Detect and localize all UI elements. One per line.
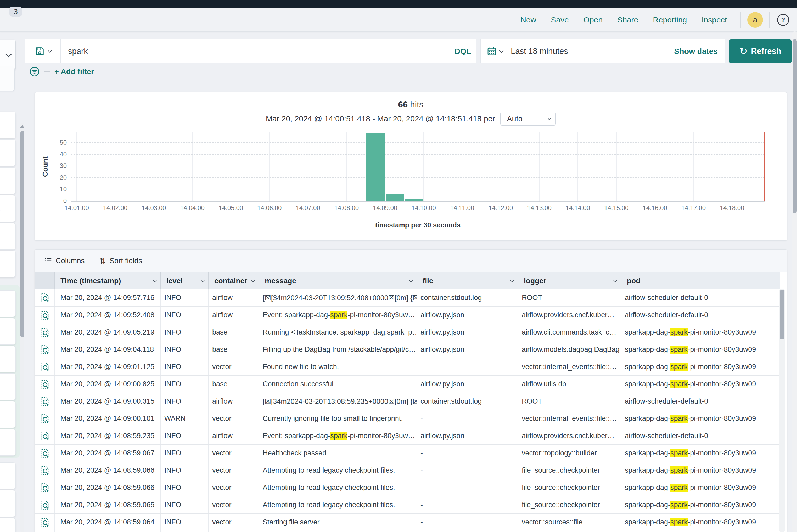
remove-field-icon[interactable]: ✕ [0,203,2,214]
expand-row-button[interactable] [35,479,55,496]
table-row[interactable] [35,531,780,532]
query-language-button[interactable]: DQL [449,39,476,63]
x-tick-label: 14:12:00 [482,204,519,212]
nav-reporting[interactable]: Reporting [653,15,687,24]
table-row[interactable]: Mar 20, 2024 @ 14:08:59.067 INFO vector … [35,445,780,462]
cell-level: WARN [161,410,208,427]
sidebar-badge-box [0,67,15,91]
refresh-button[interactable]: ↻ Refresh [729,39,792,63]
table-row[interactable]: Mar 20, 2024 @ 14:09:00.315 INFO airflow… [35,393,780,410]
histogram-bar[interactable] [366,133,385,201]
expand-row-button[interactable] [35,462,55,479]
cell-time: Mar 20, 2024 @ 14:09:52.408 [55,306,161,324]
field-card[interactable] [0,167,16,194]
field-card[interactable] [0,223,16,249]
expand-row-button[interactable] [35,531,55,532]
table-row[interactable]: Mar 20, 2024 @ 14:09:52.408 INFO airflow… [35,306,780,324]
sidebar-scrollbar-thumb[interactable] [20,131,24,337]
expand-row-button[interactable] [35,410,55,427]
header-message[interactable]: message [259,272,417,289]
table-row[interactable]: Mar 20, 2024 @ 14:09:04.118 INFO base Fi… [35,341,780,358]
table-row[interactable]: Mar 20, 2024 @ 14:08:59.065 INFO vector … [35,496,780,514]
field-card[interactable] [0,429,16,456]
field-card[interactable] [0,139,16,166]
table-row[interactable]: Mar 20, 2024 @ 14:09:00.825 INFO base Co… [35,376,780,393]
time-range-end-marker [764,132,765,201]
cell-level: INFO [161,496,208,513]
field-card[interactable] [0,462,16,489]
header-file[interactable]: file [417,272,518,289]
field-card[interactable] [0,374,16,400]
expand-row-button[interactable] [35,496,55,513]
expand-row-button[interactable] [35,393,55,410]
histogram-bar[interactable] [405,199,423,201]
field-card[interactable] [0,401,16,428]
list-icon [44,257,52,265]
chart-plot[interactable]: 14:01:0014:02:0014:03:0014:04:0014:05:00… [71,132,765,202]
y-tick-label: 50 [49,139,67,146]
date-picker[interactable]: Last 18 minutes Show dates [480,39,725,63]
filter-icon[interactable] [29,66,40,77]
expand-row-button[interactable] [35,358,55,375]
field-card[interactable]: ✕ [0,195,16,222]
expand-row-button[interactable] [35,514,55,531]
expand-row-button[interactable] [35,289,55,306]
saved-query-button[interactable] [25,39,61,63]
field-card[interactable] [0,490,16,517]
avatar[interactable]: a [747,12,763,28]
field-card[interactable] [0,290,16,317]
expand-row-button[interactable] [35,306,55,324]
table-row[interactable]: Mar 20, 2024 @ 14:08:59.066 INFO vector … [35,479,780,496]
y-tick-label: 20 [49,174,67,181]
cell-file [417,531,518,532]
nav-new[interactable]: New [520,15,536,24]
expand-row-button[interactable] [35,376,55,393]
show-dates-button[interactable]: Show dates [674,47,718,56]
interval-select[interactable]: Auto [500,112,556,126]
table-row[interactable]: Mar 20, 2024 @ 14:09:57.716 INFO airflow… [35,289,780,306]
table-row[interactable]: Mar 20, 2024 @ 14:08:59.066 INFO vector … [35,462,780,479]
expand-row-button[interactable] [35,428,55,444]
help-icon[interactable]: ? [777,14,789,26]
expand-row-button[interactable] [35,341,55,358]
table-row[interactable]: Mar 20, 2024 @ 14:09:00.101 WARN vector … [35,410,780,428]
nav-save[interactable]: Save [551,15,569,24]
sidebar-scrollbar-up-arrow[interactable] [20,125,24,128]
table-row[interactable]: Mar 20, 2024 @ 14:09:05.219 INFO base Ru… [35,324,780,341]
sidebar-collapse-button[interactable] [0,40,16,71]
field-card[interactable] [0,112,16,138]
field-card[interactable] [0,251,16,277]
header-logger[interactable]: logger [518,272,621,289]
field-card[interactable] [0,346,16,373]
header-container[interactable]: container [208,272,259,289]
sort-icon: ⇅ [99,256,106,265]
columns-button[interactable]: Columns [44,256,85,265]
time-range-label: Last 18 minutes [511,46,674,56]
y-tick-label: 40 [49,151,67,158]
sort-fields-button[interactable]: ⇅ Sort fields [99,256,142,265]
field-card[interactable] [0,518,16,532]
expand-row-button[interactable] [35,445,55,462]
expand-row-button[interactable] [35,324,55,341]
nav-share[interactable]: Share [617,15,638,24]
table-row[interactable]: Mar 20, 2024 @ 14:08:59.064 INFO vector … [35,514,780,531]
histogram-bar[interactable] [386,194,404,201]
nav-inspect[interactable]: Inspect [702,15,727,24]
search-input[interactable]: spark [61,39,449,63]
cell-pod: sparkapp-dag-spark-pi-monitor-80y3uw09 [621,445,779,462]
table-row[interactable]: Mar 20, 2024 @ 14:08:59.235 INFO airflow… [35,428,780,445]
cell-message: [☒[34m2024-03-20T13:09:52.408+0000☒[0m] … [259,289,417,306]
page-scrollbar-thumb[interactable] [793,39,797,213]
field-card[interactable] [0,318,16,345]
header-pod[interactable]: pod [621,272,779,289]
header-level[interactable]: level [161,272,208,289]
table-row[interactable]: Mar 20, 2024 @ 14:09:01.125 INFO vector … [35,358,780,376]
table-scrollbar-thumb[interactable] [780,290,784,340]
cell-pod: airflow-scheduler-default-0 [621,306,779,324]
inspect-document-icon [40,327,50,338]
cell-level: INFO [161,376,208,393]
cell-time: Mar 20, 2024 @ 14:09:01.125 [55,358,161,375]
add-filter-button[interactable]: + Add filter [54,68,94,76]
nav-open[interactable]: Open [583,15,603,24]
header-time[interactable]: Time (timestamp) [55,272,161,289]
